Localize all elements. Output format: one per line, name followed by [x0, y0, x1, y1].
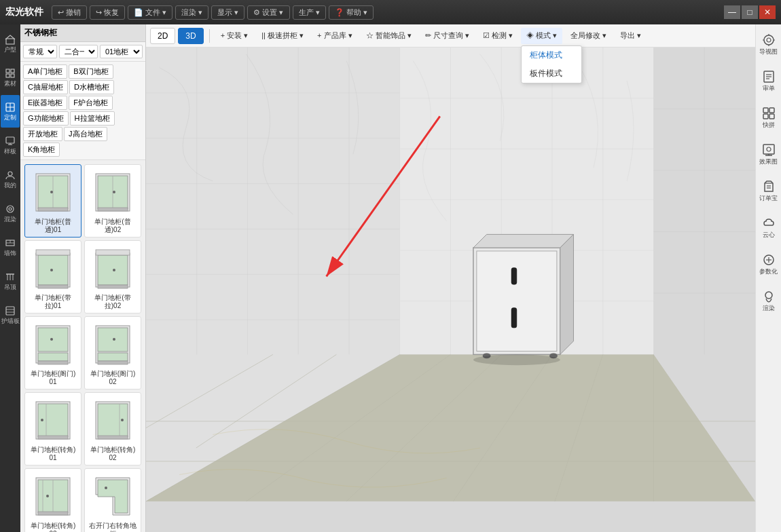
cabinet-item-0[interactable]: 单门地柜(普通)01: [24, 164, 81, 238]
help-btn[interactable]: ❓ 帮助 ▾: [329, 5, 374, 20]
cabinet-label-5: 单门地柜(阁门) 02: [88, 370, 138, 386]
cat-tab-a[interactable]: A单门地柜: [23, 64, 67, 79]
file-btn[interactable]: 📄 文件 ▾: [128, 5, 172, 20]
svg-point-123: [764, 35, 774, 45]
view2d-btn[interactable]: 2D: [150, 28, 175, 44]
cabinet-item-8[interactable]: 单门地柜(转角) 03: [24, 468, 81, 532]
settings-btn[interactable]: ⚙ 设置 ▾: [247, 5, 289, 20]
right-tool-daoshipan[interactable]: 导视图: [757, 27, 780, 62]
cabinet-label-3: 单门地柜(带拉)02: [88, 294, 138, 310]
cabinet-label-1: 单门地柜(普通)02: [88, 218, 138, 234]
mode-btn[interactable]: ◈ 模式 ▾: [521, 28, 562, 44]
svg-rect-46: [38, 353, 68, 361]
titlebar: 宏光软件 ↩ 撤销 ↪ 恢复 📄 文件 ▾ 渲染 ▾ 显示 ▾ ⚙ 设置 ▾ 生…: [0, 0, 781, 24]
mode-option-panel[interactable]: 板件模式: [522, 64, 581, 83]
cat-tab-k[interactable]: K角地柜: [23, 142, 60, 157]
cat-tab-open[interactable]: 开放地柜: [23, 127, 62, 141]
cabinet-label-9: 右开门右转角地柜: [88, 522, 138, 532]
cabinet-item-5[interactable]: 单门地柜(阁门) 02: [84, 316, 141, 390]
svg-marker-116: [473, 234, 574, 248]
svg-point-63: [121, 419, 124, 421]
cat-tab-h[interactable]: H拉篮地柜: [70, 111, 115, 126]
cabinet-img-4: [29, 320, 77, 368]
cabinet-img-6: [29, 396, 77, 444]
svg-rect-135: [763, 114, 768, 119]
svg-rect-45: [38, 328, 68, 352]
measure-btn[interactable]: ✏ 尺寸查询 ▾: [420, 28, 475, 44]
cabinet-items-grid: 单门地柜(普通)01 单门地柜(普通)02: [20, 160, 145, 532]
cabinet-img-3: [88, 244, 137, 292]
right-tool-xiaoguo[interactable]: 效果图: [757, 137, 780, 172]
svg-point-33: [113, 191, 115, 193]
cabinet-item-6[interactable]: 单门地柜(转角) 01: [24, 392, 81, 466]
sidebar-item-sucai[interactable]: 素材: [1, 61, 20, 94]
cat-tab-e[interactable]: E嵌器地柜: [23, 96, 67, 110]
install-btn[interactable]: + 安装 ▾: [215, 28, 254, 44]
svg-point-38: [50, 269, 53, 271]
sidebar-item-huqiangban[interactable]: 护墙板: [1, 299, 20, 331]
cabinet-label-2: 单门地柜(带拉)01: [28, 294, 78, 310]
cabinet-label-6: 单门地柜(转角) 01: [28, 446, 78, 462]
sidebar-item-yangban[interactable]: 样板: [1, 129, 20, 162]
cabinet-img-8: [29, 472, 77, 520]
cat-tab-d[interactable]: D水槽地柜: [69, 80, 114, 94]
undo-btn[interactable]: ↩ 撤销: [52, 5, 87, 20]
cabinet-item-9[interactable]: 右开门右转角地柜: [84, 468, 141, 532]
cabinet-img-2: [29, 244, 77, 292]
smart-btn[interactable]: ☆ 暂能饰品 ▾: [361, 28, 417, 44]
view3d-btn[interactable]: 3D: [178, 28, 203, 44]
svg-point-72: [105, 487, 107, 489]
cat-tab-b[interactable]: B双门地柜: [69, 64, 113, 79]
mode-option-cabinet[interactable]: 柜体模式: [522, 46, 581, 64]
production-btn[interactable]: 生产 ▾: [293, 5, 326, 20]
right-panel: 导视图 审单 快拼 效果图 订单宝 云心 参数化 渲染: [755, 24, 781, 532]
sidebar-item-dinzhi[interactable]: 定制: [1, 95, 20, 128]
right-tool-canshuhua[interactable]: 参数化: [757, 247, 780, 282]
right-tool-shendan[interactable]: 审单: [757, 64, 780, 99]
sidebar-item-wode[interactable]: 我的: [1, 163, 20, 195]
cat-tab-j[interactable]: J高台地柜: [64, 127, 107, 141]
quickjoin-btn[interactable]: || 极速拼柜 ▾: [256, 28, 309, 44]
sidebar-item-qiangshi[interactable]: 墙饰: [1, 231, 20, 263]
filter-type1[interactable]: 常规: [23, 45, 57, 58]
svg-rect-1: [6, 69, 10, 73]
cabinet-item-1[interactable]: 单门地柜(普通)02: [84, 164, 141, 238]
svg-rect-47: [38, 361, 68, 364]
close-btn[interactable]: ✕: [759, 5, 776, 19]
render-btn[interactable]: 渲染 ▾: [175, 5, 208, 20]
svg-rect-57: [38, 436, 68, 439]
sidebar-item-hunran[interactable]: 混染: [1, 197, 20, 229]
svg-rect-136: [769, 114, 774, 119]
right-tool-dingdanbao[interactable]: 订单宝: [757, 174, 780, 209]
cat-tab-g[interactable]: G功能地柜: [23, 111, 69, 126]
fullmod-btn[interactable]: 全局修改 ▾: [565, 28, 612, 44]
right-tool-yunxin[interactable]: 云心: [757, 210, 780, 246]
cabinet-item-7[interactable]: 单门地柜(转角) 02: [84, 392, 141, 466]
cabinet-item-2[interactable]: 单门地柜(带拉)01: [24, 240, 81, 314]
redo-btn[interactable]: ↪ 恢复: [90, 5, 125, 20]
export-btn[interactable]: 导出 ▾: [615, 28, 647, 44]
filter-type3[interactable]: 01地柜: [100, 45, 143, 58]
cabinet-img-5: [88, 320, 137, 368]
cat-tab-f[interactable]: F炉台地柜: [69, 96, 113, 110]
right-tool-xuanran[interactable]: 渲染: [757, 284, 780, 319]
sidebar-item-diaoding[interactable]: 吊顶: [1, 265, 20, 297]
cabinet-label-0: 单门地柜(普通)01: [28, 218, 78, 234]
svg-point-69: [46, 495, 49, 497]
svg-point-120: [473, 354, 560, 365]
check-btn[interactable]: ☑ 检测 ▾: [477, 28, 518, 44]
scene-viewport[interactable]: [146, 48, 755, 532]
svg-point-124: [767, 38, 771, 42]
cabinet-item-3[interactable]: 单门地柜(带拉)02: [84, 240, 141, 314]
svg-rect-3: [6, 74, 10, 77]
maximize-btn[interactable]: □: [742, 5, 758, 19]
minimize-btn[interactable]: —: [724, 5, 740, 19]
cabinet-item-4[interactable]: 单门地柜(阁门) 01: [24, 316, 81, 390]
display-btn[interactable]: 显示 ▾: [211, 5, 244, 20]
sidebar-item-huxing[interactable]: 户型: [1, 27, 20, 60]
products-btn[interactable]: + 产品库 ▾: [312, 28, 358, 44]
right-tool-kuaipan[interactable]: 快拼: [757, 100, 780, 136]
cat-tab-c[interactable]: C抽屉地柜: [23, 80, 68, 94]
filter-type2[interactable]: 二合一(双·不到地): [59, 45, 98, 58]
svg-point-58: [41, 419, 43, 421]
